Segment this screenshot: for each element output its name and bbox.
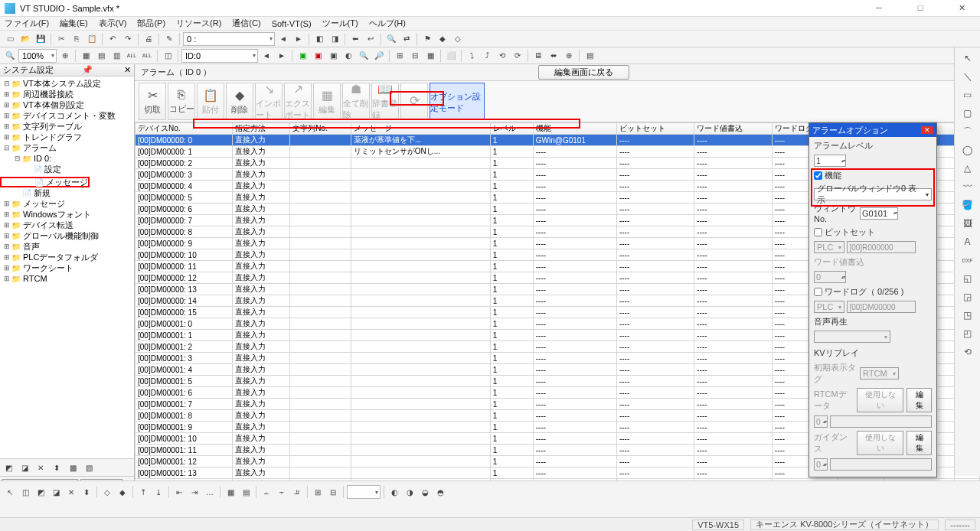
table-cell[interactable]: 直接入力 — [232, 204, 290, 215]
polyline-icon[interactable]: 〰 — [959, 179, 976, 194]
wordlog-checkbox[interactable] — [814, 288, 822, 296]
tree-item[interactable]: 📄新規 — [0, 187, 134, 198]
table-cell[interactable]: ---- — [694, 204, 772, 215]
tree-tool-2-icon[interactable]: ◪ — [18, 461, 31, 474]
table-cell[interactable]: 直接入力 — [232, 158, 290, 169]
bt-pageup-icon[interactable]: ⤒ — [136, 485, 150, 499]
table-cell[interactable]: ---- — [533, 376, 616, 387]
bt-misc4-icon[interactable]: ◓ — [433, 485, 447, 499]
table-cell[interactable] — [351, 387, 490, 399]
table-cell[interactable]: [00]DM00001: 9 — [136, 422, 233, 433]
table-cell[interactable] — [290, 422, 351, 433]
table-cell[interactable]: ---- — [694, 192, 772, 204]
table-cell[interactable]: ---- — [616, 456, 694, 467]
table-cell[interactable]: ---- — [694, 467, 772, 479]
table-cell[interactable]: 1 — [490, 330, 533, 341]
table-cell[interactable]: [00]DM00001: 6 — [136, 387, 233, 399]
paint-icon[interactable]: 🪣 — [959, 197, 976, 213]
table-cell[interactable] — [290, 387, 351, 399]
tree-item[interactable]: ⊞📁PLCデータフォルダ — [0, 252, 134, 262]
dialog-close-button[interactable]: ✕ — [921, 126, 933, 134]
table-cell[interactable]: 直接入力 — [232, 422, 290, 433]
table-cell[interactable] — [351, 295, 490, 307]
table-cell[interactable] — [290, 215, 351, 226]
table-cell[interactable]: 1 — [490, 261, 533, 272]
table-cell[interactable]: ---- — [533, 158, 616, 169]
alarm-level-input[interactable]: 1 — [814, 155, 846, 167]
close-button[interactable]: ✕ — [948, 3, 975, 13]
table-cell[interactable]: 直接入力 — [232, 318, 290, 330]
table-cell[interactable]: 直接入力 — [232, 146, 290, 158]
table-cell[interactable] — [290, 456, 351, 467]
tree-item[interactable]: 📄設定 — [0, 164, 134, 174]
table-cell[interactable]: ---- — [616, 341, 694, 353]
table-cell[interactable]: ---- — [694, 284, 772, 295]
table-cell[interactable]: ---- — [694, 387, 772, 399]
table-cell[interactable]: ---- — [694, 456, 772, 467]
tree-tool-4-icon[interactable]: ⬍ — [50, 461, 64, 474]
arc-icon[interactable]: ⌒ — [959, 124, 976, 139]
table-cell[interactable] — [290, 135, 351, 146]
bt-g1-icon[interactable]: ⊞ — [311, 485, 325, 499]
line-tool-icon[interactable]: ＼ — [959, 69, 976, 84]
maximize-button[interactable]: □ — [906, 3, 934, 13]
select-tool-icon[interactable]: ↖ — [959, 50, 976, 66]
table-cell[interactable]: 直接入力 — [232, 249, 290, 261]
print-icon[interactable]: 🖨 — [142, 32, 155, 46]
table-cell[interactable] — [290, 192, 351, 204]
table-cell[interactable] — [351, 307, 490, 318]
tree-item[interactable]: 📄メッセージ — [0, 177, 90, 187]
table-cell[interactable] — [351, 376, 490, 387]
table-cell[interactable] — [290, 341, 351, 353]
table-cell[interactable] — [290, 272, 351, 284]
bt-diamond2-icon[interactable]: ◆ — [116, 485, 129, 499]
ribbon-button[interactable]: ⎘コピー — [168, 83, 195, 120]
view-b-icon[interactable]: ⊟ — [408, 49, 422, 63]
table-cell[interactable]: [00]DM00000: 4 — [136, 181, 233, 192]
minimize-button[interactable]: ─ — [865, 3, 893, 13]
tree-item[interactable]: ⊟📁アラーム — [0, 142, 134, 153]
table-cell[interactable]: 直接入力 — [232, 433, 290, 445]
open-icon[interactable]: 📂 — [18, 32, 32, 46]
table-cell[interactable]: ---- — [694, 135, 772, 146]
menu-item[interactable]: リソース(R) — [176, 18, 221, 29]
table-cell[interactable]: 1 — [490, 445, 533, 456]
table-cell[interactable]: [00]DM00001: 4 — [136, 364, 233, 376]
table-cell[interactable]: ---- — [533, 192, 616, 204]
table-cell[interactable]: ---- — [616, 238, 694, 249]
table-cell[interactable]: ---- — [616, 353, 694, 364]
table-cell[interactable]: ---- — [616, 399, 694, 410]
table-cell[interactable]: ---- — [533, 181, 616, 192]
table-cell[interactable]: ---- — [616, 307, 694, 318]
bt-g2-icon[interactable]: ⊟ — [326, 485, 340, 499]
tree-tool-6-icon[interactable]: ▧ — [82, 461, 96, 474]
table-cell[interactable]: 1 — [490, 399, 533, 410]
text-icon[interactable]: A — [959, 234, 976, 249]
column-header[interactable]: 機能 — [533, 123, 616, 135]
table-cell[interactable]: ---- — [616, 261, 694, 272]
column-header[interactable]: レベル — [490, 123, 533, 135]
table-cell[interactable] — [351, 192, 490, 204]
table-cell[interactable] — [351, 456, 490, 467]
table-cell[interactable]: ---- — [616, 295, 694, 307]
menu-item[interactable]: ヘルプ(H) — [369, 18, 406, 29]
table-cell[interactable]: ---- — [533, 410, 616, 422]
ribbon-button[interactable]: ◆削除 — [226, 83, 253, 120]
table-cell[interactable]: 直接入力 — [232, 387, 290, 399]
table-cell[interactable]: ---- — [616, 272, 694, 284]
table-cell[interactable]: ---- — [694, 410, 772, 422]
table-cell[interactable]: 1 — [490, 146, 533, 158]
table-cell[interactable]: 直接入力 — [232, 353, 290, 364]
dl-d-icon[interactable]: ⟳ — [511, 49, 524, 63]
table-cell[interactable]: ---- — [616, 318, 694, 330]
table-cell[interactable]: [00]DM00000: 15 — [136, 307, 233, 318]
table-cell[interactable]: 直接入力 — [232, 284, 290, 295]
table-cell[interactable]: ---- — [616, 376, 694, 387]
tool-m5-icon[interactable]: ⟲ — [959, 344, 976, 360]
table-cell[interactable]: [00]DM00001: 11 — [136, 445, 233, 456]
table-cell[interactable]: ---- — [694, 341, 772, 353]
table-cell[interactable] — [290, 307, 351, 318]
tool-a-icon[interactable]: ◧ — [312, 32, 326, 46]
file-icon[interactable]: ▤ — [583, 49, 596, 63]
table-cell[interactable]: ---- — [694, 433, 772, 445]
